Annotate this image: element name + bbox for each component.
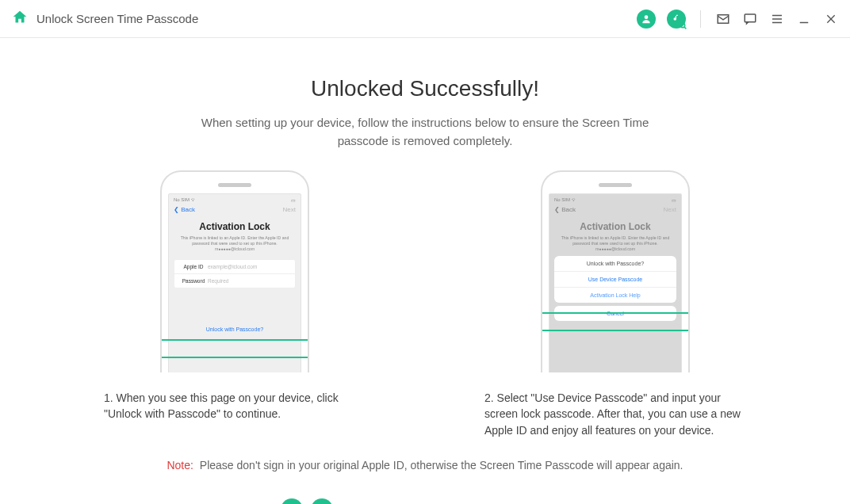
activation-desc: This iPhone is linked to an Apple ID. En…: [554, 235, 676, 251]
passcode-popup: Unlock with Passcode? Use Device Passcod…: [554, 256, 676, 303]
password-label: Password: [179, 278, 208, 284]
instruction-columns: No SIM ᯤ ▭ ❮ Back Next Activation Lock T…: [0, 170, 850, 438]
phone-screen-2: No SIM ᯤ ▭ ❮ Back Next Activation Lock T…: [549, 193, 682, 372]
password-placeholder: Required: [208, 278, 228, 284]
step-1-column: No SIM ᯤ ▭ ❮ Back Next Activation Lock T…: [96, 170, 373, 438]
close-icon[interactable]: [823, 11, 839, 27]
header-icons: [637, 10, 839, 29]
success-description: When setting up your device, follow the …: [179, 114, 671, 150]
svg-rect-3: [745, 14, 756, 22]
account-icon[interactable]: [637, 10, 656, 29]
share-twitter-button[interactable]: [311, 498, 333, 504]
next-link: Next: [664, 206, 676, 213]
back-link: ❮ Back: [554, 206, 576, 213]
popup-help: Activation Lock Help: [554, 288, 676, 303]
nav-row: ❮ Back Next: [554, 206, 676, 213]
page-title: Unlock Screen Time Passcode: [36, 12, 198, 25]
status-bar: No SIM ᯤ ▭: [174, 197, 296, 203]
app-header: Unlock Screen Time Passcode: [0, 0, 850, 38]
phone-mockup-1: No SIM ᯤ ▭ ❮ Back Next Activation Lock T…: [160, 170, 309, 372]
step-2-column: No SIM ᯤ ▭ ❮ Back Next Activation Lock T…: [477, 170, 754, 438]
mail-icon[interactable]: [715, 11, 731, 27]
minimize-icon[interactable]: [796, 11, 812, 27]
apple-id-placeholder: example@icloud.com: [208, 264, 257, 269]
step-2-text: 2. Select "Use Device Passcode" and inpu…: [484, 390, 746, 438]
back-link: ❮ Back: [174, 206, 195, 213]
credential-fields: Apple ID example@icloud.com Password Req…: [174, 259, 296, 288]
unlock-passcode-link: Unlock with Passcode?: [174, 326, 296, 332]
feedback-icon[interactable]: [742, 11, 758, 27]
share-facebook-button[interactable]: f: [281, 498, 303, 504]
phone-speaker: [218, 183, 251, 187]
password-row: Password Required: [174, 274, 295, 288]
step-1-text: 1. When you see this page on your device…: [104, 390, 366, 422]
success-title: Unlocked Successfully!: [0, 76, 850, 101]
status-bar: No SIM ᯤ ▭: [554, 197, 676, 203]
svg-point-0: [645, 15, 649, 19]
status-left: No SIM ᯤ: [554, 197, 576, 203]
apple-id-row: Apple ID example@icloud.com: [174, 260, 295, 274]
popup-cancel: Cancel: [554, 306, 676, 321]
main-content: Unlocked Successfully! When setting up y…: [0, 38, 850, 504]
phone-speaker: [599, 183, 632, 187]
note-label: Note:: [167, 459, 193, 472]
status-right: ▭: [291, 197, 296, 203]
svg-point-1: [681, 23, 685, 27]
status-left: No SIM ᯤ: [174, 197, 196, 203]
activation-desc: This iPhone is linked to an Apple ID. En…: [174, 235, 296, 251]
note-row: Note: Please don't sign in your original…: [0, 459, 850, 472]
home-icon[interactable]: [11, 9, 29, 29]
phone-screen-1: No SIM ᯤ ▭ ❮ Back Next Activation Lock T…: [168, 193, 301, 372]
apple-id-label: Apple ID: [179, 264, 208, 269]
phone-mockup-2: No SIM ᯤ ▭ ❮ Back Next Activation Lock T…: [541, 170, 690, 372]
status-right: ▭: [672, 197, 676, 203]
activation-title: Activation Lock: [174, 221, 296, 232]
highlight-unlock-passcode: [160, 339, 309, 358]
menu-icon[interactable]: [769, 11, 785, 27]
nav-row: ❮ Back Next: [174, 206, 296, 213]
next-link: Next: [283, 206, 296, 213]
activation-title: Activation Lock: [554, 221, 676, 232]
popup-question: Unlock with Passcode?: [554, 256, 676, 272]
popup-use-device-passcode: Use Device Passcode: [554, 272, 676, 288]
share-row: Share it with your friends: f: [0, 498, 850, 504]
note-text: Please don't sign in your original Apple…: [200, 459, 683, 472]
divider: [700, 10, 701, 28]
music-search-icon[interactable]: [667, 10, 686, 29]
